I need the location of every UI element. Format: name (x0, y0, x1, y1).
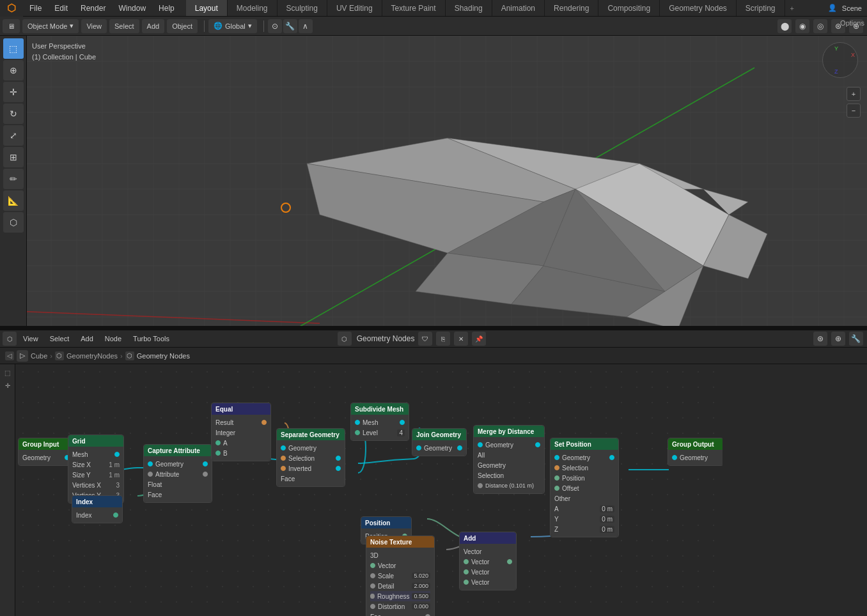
node-set-position[interactable]: Set Position Geometry Selection Position (550, 438, 619, 537)
editor-type-btn[interactable]: 🖥 (3, 19, 20, 33)
node-close-icon[interactable]: ✕ (454, 332, 468, 346)
tab-geometry-nodes[interactable]: Geometry Nodes (660, 0, 737, 16)
node-add-in3: Vector (464, 577, 512, 587)
node-merge-distance-title: Merge by Distance (478, 428, 534, 435)
add-menu-btn[interactable]: Add (142, 19, 165, 33)
node-equal[interactable]: Equal Result Integer A B (211, 403, 271, 461)
node-tree-type-icon[interactable]: ⬡ (338, 332, 352, 346)
tool-add-cube[interactable]: ⬡ (3, 212, 24, 233)
node-noise-vec-label: Vector (378, 562, 396, 569)
tool-select-box[interactable]: ⬚ (3, 38, 24, 59)
viewport-shading-solid[interactable]: ⬤ (777, 19, 792, 33)
menu-edit[interactable]: Edit (48, 0, 74, 16)
node-menu-view[interactable]: View (18, 332, 43, 346)
breadcrumb-geonodes[interactable]: GeometryNodes (66, 352, 118, 360)
zoom-in-btn[interactable]: + (847, 87, 861, 101)
object-menu-btn[interactable]: Object (167, 19, 198, 33)
tab-compositing[interactable]: Compositing (598, 0, 660, 16)
transform-orient-btn[interactable]: 🌐 Global ▾ (208, 19, 257, 33)
viewport-separator[interactable] (0, 326, 867, 330)
viewport-3d[interactable]: User Perspective (1) Collection | Cube X… (0, 36, 867, 330)
node-gizmo-btn[interactable]: ⊕ (831, 332, 845, 346)
node-tool-2[interactable]: ✛ (2, 380, 13, 391)
node-subdivide-mesh[interactable]: Subdivide Mesh Mesh Level 4 (350, 403, 409, 441)
node-snap-btn[interactable]: 🔧 (849, 332, 863, 346)
menu-file[interactable]: File (23, 0, 48, 16)
zoom-out-btn[interactable]: − (847, 104, 861, 118)
menu-window[interactable]: Window (112, 0, 152, 16)
node-editor-type-btn[interactable]: ⬡ (3, 332, 17, 346)
tab-uv-editing[interactable]: UV Editing (327, 0, 382, 16)
tool-annotate[interactable]: ✏ (3, 169, 24, 189)
select-menu-btn[interactable]: Select (109, 19, 139, 33)
node-equal-result-label: Result (215, 419, 233, 426)
node-capture-attr-title: Capture Attribute (148, 447, 200, 454)
node-sep-geo-type-label: Face (281, 475, 295, 482)
tab-modeling[interactable]: Modeling (228, 0, 277, 16)
object-mode-btn[interactable]: Object Mode ▾ (22, 19, 79, 33)
tab-layout[interactable]: Layout (186, 0, 228, 16)
node-merge-distance[interactable]: Merge by Distance Geometry All Geometry … (473, 425, 545, 494)
node-menu-turbo[interactable]: Turbo Tools (128, 332, 175, 346)
node-grid-sizex: Size X 1 m (72, 459, 120, 470)
tool-transform[interactable]: ⊞ (3, 147, 24, 167)
node-menu-node[interactable]: Node (100, 332, 127, 346)
breadcrumb-sep-1: › (50, 352, 52, 360)
node-noise-scale: Scale 5.020 (370, 571, 430, 581)
viewport-gizmo[interactable]: X Y Z (822, 42, 861, 81)
node-tool-1[interactable]: ⬚ (2, 367, 13, 378)
node-copy-icon[interactable]: ⎘ (436, 332, 450, 346)
tab-scripting[interactable]: Scripting (737, 0, 785, 16)
tool-cursor[interactable]: ⊕ (3, 60, 24, 81)
tool-move[interactable]: ✛ (3, 82, 24, 102)
node-setpos-sel-label: Selection (562, 465, 588, 472)
node-index[interactable]: Index Index (72, 495, 123, 523)
node-menu-select[interactable]: Select (45, 332, 75, 346)
tab-texture-paint[interactable]: Texture Paint (382, 0, 446, 16)
add-workspace-btn[interactable]: + (785, 4, 799, 12)
node-group-output[interactable]: Group Output Geometry (668, 438, 722, 466)
node-subdiv-level-label: Level (363, 429, 378, 436)
tool-rotate[interactable]: ↻ (3, 104, 24, 124)
node-capture-attr[interactable]: Capture Attribute Geometry Attribute Flo… (143, 444, 212, 503)
node-group-input[interactable]: Group Input Geometry (18, 438, 74, 466)
node-join-geo-in-socket (416, 445, 421, 450)
node-cap-float-label: Float (148, 481, 162, 488)
tab-animation[interactable]: Animation (492, 0, 545, 16)
node-grid[interactable]: Grid Mesh Size X 1 m Size Y 1 m Vertices… (68, 435, 124, 504)
node-setpos-y-label: Y (554, 516, 559, 523)
view-menu-btn[interactable]: View (81, 19, 107, 33)
node-add[interactable]: Add Vector Vector Vector Vector (459, 532, 517, 590)
breadcrumb-geometry-nodes[interactable]: Geometry Nodes (137, 352, 190, 360)
transform-orient-icon: 🌐 (214, 22, 223, 30)
viewport-shading-render[interactable]: ◎ (813, 19, 827, 33)
node-overlay-btn[interactable]: ⊛ (813, 332, 827, 346)
node-shield-icon[interactable]: 🛡 (418, 332, 432, 346)
breadcrumb-cube[interactable]: Cube (31, 352, 47, 360)
breadcrumb-geonodes-label: GeometryNodes (66, 352, 118, 360)
node-cap-attr-label: Attribute (155, 471, 179, 478)
node-menu-add[interactable]: Add (75, 332, 98, 346)
tab-sculpting[interactable]: Sculpting (277, 0, 327, 16)
viewport-shading-material[interactable]: ◉ (795, 19, 809, 33)
proportional-size-btn[interactable]: ∧ (299, 19, 313, 33)
tool-measure[interactable]: 📐 (3, 190, 24, 211)
user-icon[interactable]: 👤 (828, 4, 837, 12)
node-separate-geo[interactable]: Separate Geometry Geometry Selection Inv… (276, 428, 345, 487)
tab-rendering[interactable]: Rendering (545, 0, 598, 16)
node-join-geo[interactable]: Join Geometry Geometry (412, 428, 467, 456)
node-equal-b-socket (215, 450, 221, 456)
blender-logo[interactable]: ⬡ (0, 0, 23, 17)
menu-render[interactable]: Render (74, 0, 112, 16)
menu-help[interactable]: Help (152, 0, 181, 16)
breadcrumb-back-btn[interactable]: ◁ (5, 351, 14, 360)
node-noise-texture[interactable]: Noise Texture 3D Vector Scale 5.020 Deta (366, 535, 435, 616)
snap-btn[interactable]: 🔧 (283, 19, 297, 33)
scene-label: Scene (842, 4, 862, 12)
proportional-edit-btn[interactable]: ⊙ (268, 19, 282, 33)
tool-scale[interactable]: ⤢ (3, 125, 24, 146)
tab-shading[interactable]: Shading (446, 0, 492, 16)
separator-2 (263, 20, 264, 32)
node-pin-icon[interactable]: 📌 (472, 332, 486, 346)
node-canvas[interactable]: Group Input Geometry Grid Mesh Size X (0, 364, 722, 616)
